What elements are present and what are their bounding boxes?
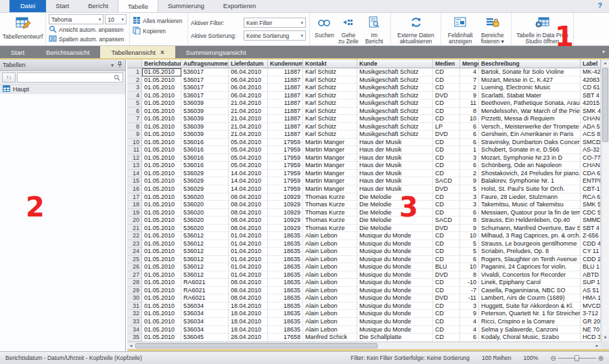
table-cell[interactable]: 536012 xyxy=(181,232,229,240)
table-cell[interactable]: Musique du Monde xyxy=(357,232,433,240)
row-number[interactable]: 14 xyxy=(127,170,142,178)
table-cell[interactable]: 18635 xyxy=(268,279,303,287)
table-cell[interactable]: 21.04.2010 xyxy=(229,108,268,116)
table-cell[interactable]: 17959 xyxy=(268,177,303,185)
column-header[interactable]: Menge xyxy=(460,60,479,68)
table-cell[interactable]: Alain Lebon xyxy=(303,294,357,302)
table-cell[interactable]: 17959 xyxy=(268,154,303,162)
table-cell[interactable]: 01.05.2010 xyxy=(142,170,181,178)
table-cell[interactable]: Musikgeschäft Schütz xyxy=(357,115,433,123)
table-cell[interactable]: Haus der Musik xyxy=(357,139,433,147)
table-cell[interactable]: Selma y Salaverde, Canzoni xyxy=(479,326,581,334)
table-cell[interactable]: 05.04.2010 xyxy=(229,154,268,162)
table-row[interactable]: 2901.05.2010RA602108.04.201018635Alain L… xyxy=(127,287,601,295)
table-cell[interactable]: Paganini, 24 Caprices for violin. xyxy=(479,263,581,271)
table-cell[interactable]: CD xyxy=(433,310,460,318)
view-tab-summierungsansicht[interactable]: Summierungsansicht xyxy=(175,46,257,58)
table-cell[interactable]: Karl Schütz xyxy=(303,84,357,92)
table-cell[interactable]: Casella, Paganiniana, NBC SO xyxy=(479,287,581,295)
table-cell[interactable]: Lambert, Airs de Courm (1689) xyxy=(479,294,581,302)
table-cell[interactable]: 14.04.2010 xyxy=(229,170,268,178)
table-cell[interactable]: 01.05.2010 xyxy=(142,92,181,100)
table-cell[interactable]: 01.05.2010 xyxy=(142,209,181,217)
table-cell[interactable]: 01.05.2010 xyxy=(142,294,181,302)
row-number[interactable]: 15 xyxy=(127,177,142,185)
table-cell[interactable]: 3 xyxy=(460,154,479,162)
table-row[interactable]: 2201.05.201053601201.04.201018635Alain L… xyxy=(127,232,601,240)
table-cell[interactable]: 536034 xyxy=(181,302,229,311)
table-cell[interactable]: CD xyxy=(433,146,460,154)
table-cell[interactable]: Haus der Musik xyxy=(357,162,433,170)
table-row[interactable]: 1801.05.201053602008.04.201010929Thomas … xyxy=(127,201,601,209)
table-cell[interactable]: 5 xyxy=(460,240,479,248)
table-cell[interactable]: 01.05.2010 xyxy=(142,302,181,311)
table-cell[interactable]: Thomas Kurze xyxy=(303,201,357,209)
alles-markieren-button[interactable]: Alles markieren xyxy=(133,16,185,26)
table-row[interactable]: 401.05.201053601706.04.201011887Karl Sch… xyxy=(127,92,601,100)
table-cell[interactable]: 536017 xyxy=(181,76,229,85)
row-number[interactable]: 6 xyxy=(127,108,142,116)
column-header[interactable]: Kunde xyxy=(357,60,433,68)
table-cell[interactable]: Faure, 28 Lieder, Stulzmann xyxy=(479,194,581,202)
table-cell[interactable]: Thomas Kurze xyxy=(303,225,357,233)
table-cell[interactable]: HMA 1 xyxy=(581,294,601,302)
table-cell[interactable]: 6 xyxy=(460,131,479,139)
table-cell[interactable]: 42015 xyxy=(581,99,601,108)
table-cell[interactable]: SMK 4 xyxy=(581,108,601,116)
table-cell[interactable]: LP xyxy=(433,123,460,131)
table-cell[interactable]: 18.04.2010 xyxy=(229,310,268,318)
table-cell[interactable]: Mendelssohn, War March of the Priests xyxy=(479,108,581,116)
table-cell[interactable]: 6 xyxy=(460,256,479,264)
table-cell[interactable]: Peterson, Quartett Nr. 1 für Streicher xyxy=(479,310,581,318)
table-cell[interactable]: 17959 xyxy=(268,185,303,194)
table-cell[interactable]: 17959 xyxy=(268,162,303,170)
row-number[interactable]: 35 xyxy=(127,334,142,342)
table-cell[interactable]: 536012 xyxy=(181,263,229,271)
table-cell[interactable]: Musikgeschäft Schütz xyxy=(357,108,433,116)
table-cell[interactable]: Holst, St. Paul's Suite for Orch. xyxy=(479,185,581,194)
table-cell[interactable]: Gershwin, Ein Amerikaner in Paris xyxy=(479,131,581,139)
table-cell[interactable]: 01.05.2010 xyxy=(142,177,181,185)
table-cell[interactable]: DVD xyxy=(433,185,460,194)
table-cell[interactable]: 10 xyxy=(460,263,479,271)
table-cell[interactable]: 536039 xyxy=(181,115,229,123)
column-header[interactable]: Lieferdatum xyxy=(229,60,268,68)
table-cell[interactable]: CD xyxy=(433,194,460,202)
table-cell[interactable]: Strauss, Ein Heldenleben, Op.40 xyxy=(479,217,581,225)
table-cell[interactable]: Z-656 xyxy=(581,232,601,240)
table-row[interactable]: 2501.05.201053601201.04.201018635Alain L… xyxy=(127,256,601,264)
column-header[interactable]: Kontakt xyxy=(303,60,357,68)
table-cell[interactable]: SMMD xyxy=(581,217,601,225)
table-cell[interactable]: 536012 xyxy=(181,240,229,248)
table-cell[interactable]: Manfred Schick xyxy=(303,334,357,342)
table-cell[interactable]: 3 xyxy=(460,302,479,311)
table-cell[interactable]: CD xyxy=(433,115,460,123)
table-cell[interactable]: 536029 xyxy=(181,185,229,194)
chevron-down-icon[interactable]: ▾ xyxy=(111,62,114,68)
table-cell[interactable]: 536020 xyxy=(181,209,229,217)
zoom-slider-track[interactable] xyxy=(558,358,596,359)
table-cell[interactable]: 18635 xyxy=(268,271,303,279)
table-cell[interactable]: Shostakovich, 24 Preludes for piano. xyxy=(479,170,581,178)
table-row[interactable]: 1601.05.201053602914.04.201017959Martin … xyxy=(127,185,601,194)
table-cell[interactable]: 536020 xyxy=(181,217,229,225)
table-cell[interactable]: CD xyxy=(433,256,460,264)
table-cell[interactable]: CD xyxy=(433,162,460,170)
table-cell[interactable]: Mozart, Messe in C, K.427 xyxy=(479,76,581,85)
table-cell[interactable]: Karl Schütz xyxy=(303,131,357,139)
row-number[interactable]: 5 xyxy=(127,99,142,108)
table-cell[interactable]: Martin Manger xyxy=(303,185,357,194)
table-cell[interactable]: 01.05.2010 xyxy=(142,217,181,225)
table-cell[interactable]: Musique du Monde xyxy=(357,310,433,318)
table-cell[interactable]: Karl Schütz xyxy=(303,115,357,123)
table-cell[interactable]: Martin Manger xyxy=(303,154,357,162)
table-cell[interactable]: GR 20 xyxy=(581,318,601,326)
table-cell[interactable]: 18635 xyxy=(268,248,303,256)
table-cell[interactable]: 536039 xyxy=(181,108,229,116)
table-row[interactable]: 3401.05.201053603418.04.201018635Alain L… xyxy=(127,326,601,334)
table-cell[interactable]: 01.05.2010 xyxy=(142,201,181,209)
table-cell[interactable]: 9 xyxy=(460,177,479,185)
table-cell[interactable]: 01.04.2010 xyxy=(229,232,268,240)
table-cell[interactable]: 536012 xyxy=(181,256,229,264)
table-cell[interactable]: 01.05.2010 xyxy=(142,326,181,334)
